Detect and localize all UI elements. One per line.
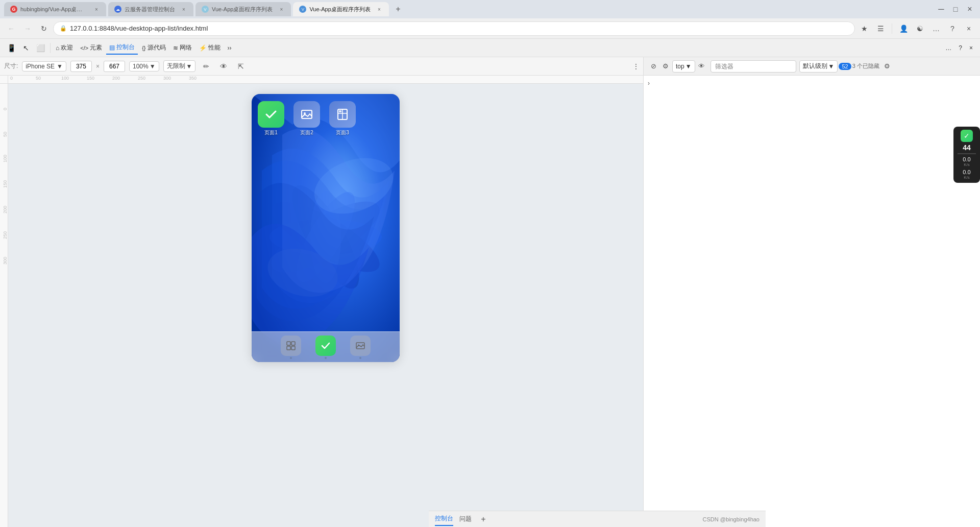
extensions-button[interactable]: ☯ <box>913 21 927 36</box>
top-ruler-container: 0 50 100 150 200 250 300 350 <box>0 76 643 84</box>
more-tools-button[interactable]: … <box>929 21 943 36</box>
device-selector[interactable]: iPhone SE ▼ <box>22 61 66 71</box>
minimize-button[interactable]: ─ <box>935 3 947 15</box>
viewport-more-button[interactable]: ⋮ <box>633 63 639 70</box>
filter-input[interactable] <box>710 60 796 73</box>
horizontal-ruler: 0 50 100 150 200 250 300 350 <box>8 76 643 84</box>
reading-mode-button[interactable]: ☰ <box>873 21 888 36</box>
tab-sources[interactable]: {} 源代码 <box>139 41 168 55</box>
tab-4-close[interactable]: × <box>376 6 383 13</box>
toolbar-separator-1 <box>50 43 51 53</box>
tab-console[interactable]: ▤ 控制台 <box>106 41 138 55</box>
profile-button[interactable]: 👤 <box>896 21 911 36</box>
devtools-close-button[interactable]: × <box>966 41 976 55</box>
svg-rect-17 <box>287 346 290 350</box>
zoom-selector[interactable]: 100% ▼ <box>129 61 159 71</box>
speed-widget: ✓ 44 0.0 K/s 0.0 K/s <box>953 127 980 183</box>
browser-controls: ← → ↻ 🔒 127.0.0.1:8848/vue-desktop-app-l… <box>0 18 980 39</box>
devtools-eye-icon[interactable]: 👁 <box>696 61 707 72</box>
devtools-settings-button[interactable]: ⚙ <box>881 61 893 72</box>
main-area: 尺寸: iPhone SE ▼ × 100% ▼ 无限制 ▼ <box>0 57 980 527</box>
reload-button[interactable]: ↻ <box>37 21 51 36</box>
dock-item-3[interactable] <box>350 336 371 359</box>
tab-1[interactable]: G hubingbing/Vue-App桌面程序序列... × <box>4 2 106 16</box>
speed-check-icon: ✓ <box>961 130 973 142</box>
eyedropper-button[interactable]: ✏ <box>200 60 213 73</box>
phone-content: 页面1 页面2 <box>252 94 400 362</box>
close-devtools-button[interactable]: × <box>962 21 976 36</box>
app-label-1: 页面1 <box>264 129 278 136</box>
level-selector[interactable]: 默认级别 ▼ <box>799 60 838 73</box>
svg-rect-15 <box>287 342 290 345</box>
bottom-add-tab-button[interactable]: + <box>478 514 489 525</box>
expand-arrow[interactable]: › <box>644 78 980 89</box>
bottom-issues-tab[interactable]: 问题 <box>459 515 472 523</box>
tab-1-label: hubingbing/Vue-App桌面程序序列... <box>20 6 88 13</box>
forward-button[interactable]: → <box>20 21 35 36</box>
height-input[interactable] <box>104 61 125 72</box>
tab-performance[interactable]: ⚡ 性能 <box>196 41 224 55</box>
svg-rect-16 <box>291 342 295 345</box>
speed-divider <box>958 153 976 154</box>
viewport-area: 尺寸: iPhone SE ▼ × 100% ▼ 无限制 ▼ <box>0 57 643 527</box>
bottom-console-tab[interactable]: 控制台 <box>435 512 453 526</box>
capture-button[interactable]: 👁 <box>217 60 230 73</box>
new-tab-button[interactable]: + <box>391 2 405 16</box>
app-label-3: 页面3 <box>336 129 349 136</box>
app-icon-1 <box>258 101 284 128</box>
ruler-corner <box>0 76 8 84</box>
fixed-bottom-bar: 控制台 问题 + CSDN @bingbing4hao <box>429 511 766 527</box>
tab-3-close[interactable]: × <box>278 6 285 13</box>
devtools-help-button[interactable]: ? <box>955 41 965 55</box>
download-unit: K/s <box>964 162 970 167</box>
app-icon-wrap-2[interactable]: 页面2 <box>292 101 321 136</box>
tab-4[interactable]: V Vue-App桌面程序序列表 × <box>293 2 388 16</box>
export-button[interactable]: ⇱ <box>234 60 248 73</box>
tab-welcome[interactable]: ⌂ 欢迎 <box>53 41 76 55</box>
tab-elements[interactable]: </> 元素 <box>77 41 105 55</box>
devtools-filter-icon[interactable]: ⚙ <box>660 61 671 72</box>
phone-mockup: 页面1 页面2 <box>252 94 400 362</box>
tab-1-close[interactable]: × <box>93 6 100 13</box>
devtools-cursor-icon[interactable]: ↖ <box>20 41 32 55</box>
devtools-stop-icon[interactable]: ⊘ <box>648 61 659 72</box>
bookmark-star-button[interactable]: ★ <box>857 21 871 36</box>
dock-item-1[interactable] <box>281 336 301 359</box>
tab-3-favicon: V <box>202 6 209 13</box>
device-name: iPhone SE <box>26 63 55 70</box>
app-icon-wrap-3[interactable]: 页面3 <box>328 101 357 136</box>
download-row: 0.0 K/s <box>963 156 970 167</box>
preset-value: 无限制 <box>167 62 185 70</box>
back-button[interactable]: ← <box>4 21 18 36</box>
width-input[interactable] <box>70 61 92 72</box>
message-count-badge: 52 <box>839 63 851 70</box>
hidden-count: 3 个已隐藏 <box>852 62 879 70</box>
close-button[interactable]: × <box>964 3 976 15</box>
tab-network[interactable]: ≋ 网络 <box>170 41 195 55</box>
browser-window: G hubingbing/Vue-App桌面程序序列... × ☁ 云服务器管理… <box>0 0 980 527</box>
tab-2[interactable]: ☁ 云服务器管理控制台 × <box>108 2 193 16</box>
frame-value: top <box>676 63 684 70</box>
performance-icon: ⚡ <box>199 44 207 52</box>
dock-item-2[interactable] <box>315 336 336 359</box>
devtools-more-button[interactable]: … <box>942 41 954 55</box>
tab-3[interactable]: V Vue-App桌面程序序列表 × <box>195 2 291 16</box>
phone-dock <box>252 331 400 362</box>
devtools-mobile-icon[interactable]: 📱 <box>4 41 19 55</box>
restore-button[interactable]: □ <box>949 3 962 15</box>
preset-selector[interactable]: 无限制 ▼ <box>163 60 196 72</box>
dock-dot-1 <box>290 357 292 359</box>
app-icon-wrap-1[interactable]: 页面1 <box>257 101 285 136</box>
upload-row: 0.0 K/s <box>963 169 970 180</box>
tab-more[interactable]: ›› <box>225 41 235 55</box>
viewport-canvas: 页面1 页面2 <box>8 84 643 527</box>
frame-selector[interactable]: top ▼ <box>672 60 695 73</box>
separator <box>892 23 892 34</box>
devtools-panel-icon[interactable]: ⬜ <box>33 41 48 55</box>
tab-2-close[interactable]: × <box>180 6 187 13</box>
app-icon-2 <box>293 101 320 128</box>
sources-label: 源代码 <box>148 43 166 52</box>
help-button[interactable]: ? <box>945 21 960 36</box>
welcome-icon: ⌂ <box>56 44 59 52</box>
address-bar[interactable]: 🔒 127.0.0.1:8848/vue-desktop-app-list/in… <box>53 21 855 36</box>
